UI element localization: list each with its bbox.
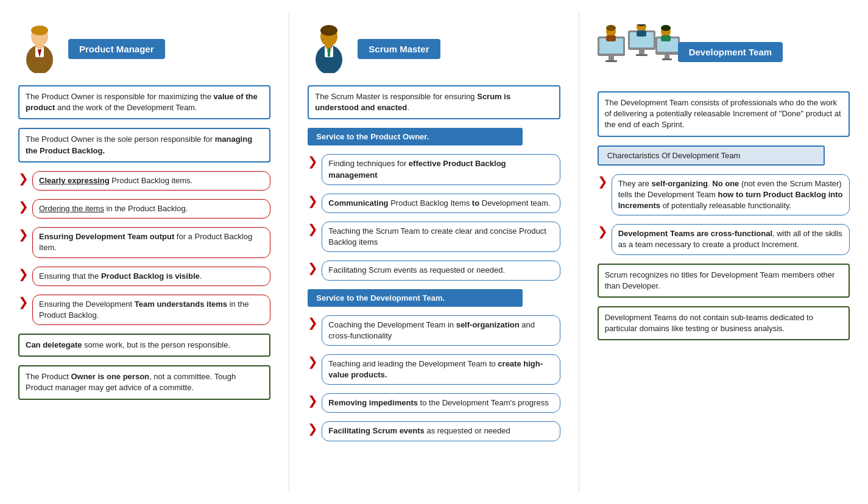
svg-rect-20 <box>605 60 617 62</box>
sm-chevron-7: ❯ <box>308 394 318 407</box>
sm-bullet-row-2: ❯ Communicating Product Backlog Items to… <box>308 194 560 213</box>
product-manager-header: Product Manager <box>18 24 165 73</box>
svg-rect-28 <box>662 58 672 60</box>
bullet-box-2: Ordering the items in the Product Backlo… <box>32 199 270 219</box>
dev-team-avatar <box>598 24 671 79</box>
column-product-manager: Product Manager The Product Owner is res… <box>0 12 289 492</box>
dev-team-badge: Development Team <box>678 42 783 62</box>
sm-bullet-1: Finding techniques for effective Product… <box>322 154 560 184</box>
section-development-team: Service to the Development Team. <box>308 289 522 307</box>
pm-green-2: The Product Owner is one person, not a c… <box>18 365 270 399</box>
column-scrum-master: Scrum Master The Scrum Master is respons… <box>289 12 579 492</box>
sm-bullet-7: Removing impediments to the Development … <box>322 393 560 413</box>
sm-bullet-5: Coaching the Development Team in self-or… <box>322 315 560 346</box>
sm-bullet-row-8: ❯ Facilitating Scrum events as requested… <box>308 421 560 441</box>
section-product-owner: Service to the Product Owner. <box>308 128 522 145</box>
dt-chevron-2: ❯ <box>598 225 608 237</box>
product-manager-desc1: The Product Owner is responsible for max… <box>18 85 270 119</box>
scrum-master-desc1: The Scrum Master is responsible for ensu… <box>308 85 560 119</box>
bullet-box-4: Ensuring that the Product Backlog is vis… <box>32 267 270 286</box>
dt-chevron-1: ❯ <box>598 175 608 187</box>
svg-rect-24 <box>636 54 647 56</box>
dev-team-desc1: The Development Team consists of profess… <box>598 91 850 137</box>
sm-bullet-row-7: ❯ Removing impediments to the Developmen… <box>308 393 560 413</box>
sm-bullet-row-1: ❯ Finding techniques for effective Produ… <box>308 154 560 184</box>
sm-bullet-row-5: ❯ Coaching the Development Team in self-… <box>308 315 560 346</box>
sm-bullet-2: Communicating Product Backlog Items to D… <box>322 194 560 213</box>
chevron-icon-4: ❯ <box>18 268 29 280</box>
chevron-icon-5: ❯ <box>18 296 29 308</box>
product-manager-desc2: The Product Owner is the sole person res… <box>18 128 270 162</box>
scrum-master-header: Scrum Master <box>308 24 440 73</box>
svg-rect-37 <box>661 35 671 41</box>
scrum-master-avatar <box>308 24 350 73</box>
sm-bullet-row-6: ❯ Teaching and leading the Development T… <box>308 354 560 385</box>
svg-point-30 <box>606 25 616 31</box>
svg-rect-27 <box>665 55 669 58</box>
svg-point-1 <box>31 26 48 35</box>
product-manager-badge: Product Manager <box>68 39 165 59</box>
chevron-icon-2: ❯ <box>18 200 29 212</box>
scrum-master-badge: Scrum Master <box>358 39 440 59</box>
bullet-row-2: ❯ Ordering the items in the Product Back… <box>18 199 270 219</box>
product-manager-avatar <box>18 24 61 73</box>
sm-bullet-row-3: ❯ Teaching the Scrum Team to create clea… <box>308 222 560 252</box>
bullet-box-1: Clearly expressing Product Backlog items… <box>32 171 270 191</box>
bullet-row-1: ❯ Clearly expressing Product Backlog ite… <box>18 171 270 191</box>
svg-point-36 <box>661 25 671 31</box>
sm-chevron-3: ❯ <box>308 223 318 235</box>
dt-green-1: Scrum recognizes no titles for Developme… <box>598 264 850 298</box>
svg-rect-31 <box>606 35 616 41</box>
column-development-team: Development Team The Development Team co… <box>579 12 868 492</box>
sm-bullet-8: Facilitating Scrum events as requested o… <box>322 421 560 441</box>
sm-bullet-4: Facilitating Scrum events as requested o… <box>322 261 560 280</box>
chevron-icon-3: ❯ <box>18 228 29 240</box>
sm-chevron-1: ❯ <box>308 155 318 167</box>
sm-chevron-2: ❯ <box>308 195 318 207</box>
svg-rect-16 <box>328 48 330 57</box>
dev-team-header: Development Team <box>598 24 783 79</box>
bullet-row-5: ❯ Ensuring the Development Team understa… <box>18 295 270 325</box>
dt-bullet-row-2: ❯ Development Teams are cross-functional… <box>598 224 850 254</box>
svg-rect-23 <box>639 50 644 54</box>
sm-chevron-8: ❯ <box>308 422 318 435</box>
pm-green-1: Can deletegate some work, but is the per… <box>18 334 270 357</box>
characteristics-section: Charectaristics Of Development Team <box>598 145 825 166</box>
svg-rect-7 <box>37 44 43 49</box>
dt-bullet-1: They are self-organizing. No one (not ev… <box>612 174 850 216</box>
sm-bullet-3: Teaching the Scrum Team to create clear … <box>322 222 560 252</box>
sm-bullet-row-4: ❯ Facilitating Scrum events as requested… <box>308 261 560 280</box>
sm-bullet-6: Teaching and leading the Development Tea… <box>322 354 560 385</box>
bullet-box-5: Ensuring the Development Team understand… <box>32 295 270 325</box>
bullet-row-4: ❯ Ensuring that the Product Backlog is v… <box>18 267 270 286</box>
sm-chevron-4: ❯ <box>308 262 318 274</box>
svg-rect-19 <box>609 56 614 60</box>
page: Product Manager The Product Owner is res… <box>0 0 868 504</box>
dt-green-2: Development Teams do not contain sub-tea… <box>598 306 850 340</box>
sm-chevron-5: ❯ <box>308 317 318 329</box>
bullet-box-3: Ensuring Development Team output for a P… <box>32 227 270 257</box>
bullet-row-3: ❯ Ensuring Development Team output for a… <box>18 227 270 257</box>
dt-bullet-row-1: ❯ They are self-organizing. No one (not … <box>598 174 850 216</box>
dt-bullet-2: Development Teams are cross-functional, … <box>612 224 850 254</box>
chevron-icon-1: ❯ <box>18 172 29 184</box>
svg-rect-15 <box>326 44 332 49</box>
sm-chevron-6: ❯ <box>308 355 318 368</box>
svg-point-9 <box>320 25 337 36</box>
svg-rect-34 <box>637 30 646 37</box>
